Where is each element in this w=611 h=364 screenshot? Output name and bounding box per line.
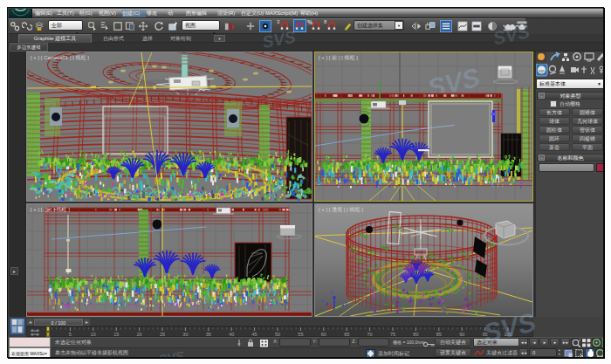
svg-text:45: 45	[252, 332, 257, 337]
svg-text:z: z	[331, 289, 333, 294]
svg-text:90: 90	[459, 332, 464, 337]
svg-text:x: x	[321, 298, 324, 303]
svg-text:[ + ] [ 前 ] [ 线框 ]: [ + ] [ 前 ] [ 线框 ]	[319, 55, 358, 60]
svg-text:30: 30	[182, 332, 188, 337]
svg-text:20: 20	[137, 332, 142, 337]
svg-text:15: 15	[113, 332, 119, 337]
svg-text:10: 10	[91, 332, 96, 337]
svg-text:55: 55	[298, 332, 303, 337]
svg-text:[ + ] [ 左 ] [ 线框 ]: [ + ] [ 左 ] [ 线框 ]	[31, 207, 70, 212]
svg-text:50: 50	[275, 332, 280, 337]
svg-text:35: 35	[206, 332, 211, 337]
svg-text:[ + ] [ Camera01 ] [ 线框 ]: [ + ] [ Camera01 ] [ 线框 ]	[31, 55, 89, 60]
svg-text:40: 40	[229, 332, 234, 337]
svg-text:85: 85	[436, 332, 442, 337]
svg-text:60: 60	[321, 332, 326, 337]
svg-text:5: 5	[69, 332, 72, 337]
svg-text:25: 25	[160, 332, 165, 337]
svg-text:[ + ] [ 透视 ] [ 线框 ]: [ + ] [ 透视 ] [ 线框 ]	[319, 206, 363, 213]
svg-text:65: 65	[344, 332, 349, 337]
svg-text:80: 80	[413, 332, 418, 337]
svg-text:75: 75	[390, 332, 395, 337]
svg-text:70: 70	[367, 332, 373, 337]
svg-text:y: y	[345, 300, 347, 306]
